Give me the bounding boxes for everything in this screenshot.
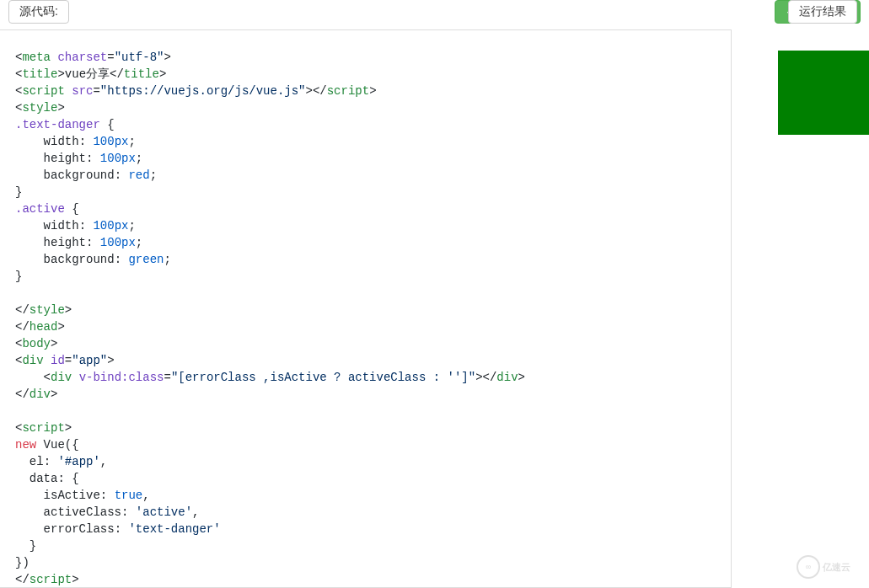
- code-token: }: [30, 539, 36, 553]
- watermark-text: 亿速云: [823, 561, 850, 574]
- code-token: 'text-danger': [128, 522, 220, 536]
- code-token: width: [44, 135, 79, 148]
- code-token: [15, 236, 44, 249]
- code-token: ;: [136, 152, 142, 165]
- code-token: >: [164, 51, 170, 64]
- code-token: }): [15, 556, 30, 569]
- code-token: charset: [57, 51, 107, 64]
- code-token: isActive: [44, 489, 100, 502]
- code-token: :: [79, 219, 94, 233]
- code-token: src: [72, 84, 93, 98]
- code-token: ;: [136, 236, 142, 249]
- code-token: height: [44, 236, 86, 249]
- code-token: :: [57, 472, 72, 485]
- code-token: ,: [100, 455, 107, 468]
- code-token: >: [159, 67, 166, 81]
- code-token: =: [65, 354, 72, 367]
- code-token: =: [107, 51, 114, 64]
- code-token: background: [44, 253, 115, 266]
- code-token: script: [22, 421, 64, 435]
- code-token: :: [121, 505, 136, 519]
- code-token: title: [22, 67, 57, 81]
- code-token: div: [22, 354, 43, 367]
- code-token: 100px: [93, 135, 128, 148]
- code-token: :: [115, 522, 129, 536]
- code-token: </: [15, 388, 30, 401]
- code-token: [15, 539, 30, 553]
- source-code-label: 源代码:: [8, 0, 69, 24]
- code-token: 'active': [136, 505, 192, 519]
- code-token: height: [44, 152, 86, 165]
- code-token: el: [30, 455, 44, 468]
- code-token: v-bind:class: [79, 371, 164, 384]
- code-token: >: [72, 573, 78, 586]
- code-token: div: [51, 371, 72, 384]
- header-bar: 源代码: 点击运行: [0, 0, 869, 29]
- code-token: </: [15, 320, 30, 334]
- code-token: >: [107, 354, 114, 367]
- code-token: :: [44, 455, 58, 468]
- code-token: id: [51, 354, 65, 367]
- code-token: '#app': [57, 455, 99, 468]
- code-token: =: [164, 371, 170, 384]
- code-token: [15, 219, 44, 233]
- code-token: >: [57, 320, 64, 334]
- code-token: ,: [142, 489, 149, 502]
- code-token: script: [327, 84, 369, 98]
- code-token: [15, 168, 44, 182]
- code-token: [15, 489, 44, 502]
- code-token: >: [51, 388, 57, 401]
- code-token: <: [44, 371, 51, 384]
- code-token: >: [65, 303, 72, 317]
- code-token: [15, 135, 44, 148]
- code-token: .active: [15, 202, 65, 216]
- code-token: ,: [192, 505, 199, 519]
- code-token: [15, 455, 30, 468]
- code-token: div: [496, 371, 518, 384]
- code-token: [15, 152, 44, 165]
- code-token: "[errorClass ,isActive ? activeClass : '…: [171, 371, 475, 384]
- code-token: >: [518, 371, 525, 384]
- code-token: [15, 505, 44, 519]
- code-token: width: [44, 219, 79, 233]
- code-token: red: [128, 168, 149, 182]
- code-token: ;: [128, 135, 135, 148]
- code-token: {: [100, 118, 115, 131]
- watermark: ∞ 亿速云: [797, 554, 862, 580]
- code-token: body: [22, 337, 51, 350]
- code-token: :: [86, 236, 100, 249]
- code-token: </: [15, 303, 30, 317]
- code-token: >: [369, 84, 376, 98]
- output-green-box: [778, 51, 869, 135]
- code-token: :: [115, 168, 129, 182]
- code-token: [15, 522, 44, 536]
- code-token: meta: [22, 51, 51, 64]
- code-token: 100px: [100, 236, 136, 249]
- code-token: data: [30, 472, 58, 485]
- code-token: "app": [72, 354, 107, 367]
- code-token: </: [110, 67, 124, 81]
- code-token: ;: [164, 253, 170, 266]
- code-token: true: [115, 489, 143, 502]
- code-token: </: [313, 84, 327, 98]
- code-token: head: [30, 320, 58, 334]
- code-area[interactable]: <meta charset="utf-8"> <title>vue分享</tit…: [0, 30, 731, 587]
- code-token: >: [57, 101, 64, 115]
- code-token: ;: [150, 168, 157, 182]
- code-token: green: [128, 253, 164, 266]
- code-token: >: [475, 371, 482, 384]
- code-token: >: [51, 337, 57, 350]
- code-token: background: [44, 168, 115, 182]
- code-token: :: [79, 135, 94, 148]
- code-token: 100px: [93, 219, 128, 233]
- code-token: >: [57, 67, 64, 81]
- code-token: [15, 371, 44, 384]
- result-panel: [759, 29, 869, 588]
- code-token: vue分享: [65, 67, 110, 81]
- code-token: 100px: [100, 152, 136, 165]
- code-token: :: [100, 489, 115, 502]
- code-panel: <meta charset="utf-8"> <title>vue分享</tit…: [0, 29, 732, 588]
- code-token: new: [15, 438, 36, 452]
- code-token: =: [93, 84, 99, 98]
- code-token: "utf-8": [115, 51, 164, 64]
